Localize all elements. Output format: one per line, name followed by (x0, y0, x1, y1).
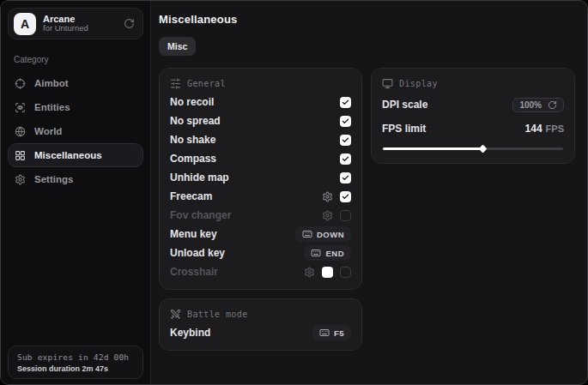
refresh-icon (548, 100, 557, 110)
category-label: Category (14, 55, 150, 64)
brand-text: Arcane for Unturned (43, 14, 117, 34)
setting-label: No shake (170, 134, 215, 146)
setting-row-menu-key: Menu keyDOWN (170, 225, 351, 244)
layout-grid-icon (15, 150, 26, 161)
main-content: Miscellaneous Misc General No recoilNo s… (151, 1, 588, 384)
panels: General No recoilNo spreadNo shakeCompas… (159, 68, 575, 351)
setting-row-no-shake: No shake (170, 130, 351, 149)
sidebar-item-label: Miscellaneous (34, 150, 102, 160)
checkbox-unchecked[interactable] (340, 267, 351, 278)
setting-row-compass: Compass (170, 149, 351, 168)
gear-icon[interactable] (322, 191, 333, 202)
app-logo: A (14, 13, 36, 35)
app-subtitle: for Unturned (43, 24, 117, 33)
tab-bar: Misc (159, 37, 575, 56)
keybind-button[interactable]: END (304, 245, 351, 261)
keybind-value: END (325, 249, 344, 258)
panel-display: Display DPI scale 100% FPS limit 144 (371, 68, 575, 164)
check-icon (342, 99, 349, 106)
setting-label: DPI scale (382, 99, 427, 111)
keyboard-icon (311, 248, 321, 258)
checkbox-checked[interactable] (340, 191, 351, 202)
setting-label: Compass (170, 153, 216, 165)
sliders-icon (170, 78, 181, 89)
setting-row-fps-limit: FPS limit 144 FPS (382, 120, 564, 137)
checkbox-checked[interactable] (340, 97, 351, 108)
checkbox-checked[interactable] (340, 116, 351, 127)
panel-general-header: General (170, 77, 351, 89)
checkbox-checked[interactable] (340, 135, 351, 146)
setting-label: Keybind (170, 327, 210, 339)
setting-label: Unload key (170, 247, 225, 259)
panel-display-title: Display (399, 79, 438, 88)
page-title: Miscellaneous (159, 13, 575, 26)
sidebar-item-aimbot[interactable]: Aimbot (8, 71, 143, 95)
setting-row-freecam: Freecam (170, 187, 351, 206)
panel-display-header: Display (382, 77, 564, 89)
sidebar-item-label: Settings (34, 174, 73, 184)
checkbox-checked[interactable] (340, 153, 351, 165)
check-icon (342, 155, 349, 163)
keybind-value: DOWN (317, 230, 344, 239)
sidebar-item-label: Aimbot (34, 78, 69, 88)
sidebar-item-entities[interactable]: Entities (8, 95, 143, 119)
keybind-value: F5 (334, 328, 344, 338)
sidebar-item-world[interactable]: World (8, 119, 143, 143)
setting-label: No spread (170, 115, 221, 127)
check-icon (342, 136, 349, 144)
setting-row-keybind: Keybind F5 (170, 323, 351, 342)
scan-eye-icon (15, 102, 26, 113)
keybind-button[interactable]: DOWN (295, 226, 351, 242)
gear-icon[interactable] (322, 210, 333, 221)
keyboard-icon (302, 229, 312, 239)
sidebar-nav: AimbotEntitiesWorldMiscellaneousSettings (1, 71, 150, 191)
setting-row-fov-changer: Fov changer (170, 206, 351, 225)
crosshair-icon (15, 78, 26, 89)
check-icon (342, 193, 349, 201)
refresh-icon[interactable] (124, 18, 135, 29)
sidebar-item-settings[interactable]: Settings (8, 167, 143, 191)
globe-icon (15, 126, 26, 137)
session-duration-text: Session duration 2m 47s (17, 364, 134, 373)
fps-unit: FPS (546, 123, 564, 134)
app-logo-letter: A (21, 17, 29, 31)
checkbox-checked[interactable] (340, 172, 351, 183)
left-column: General No recoilNo spreadNo shakeCompas… (159, 68, 362, 351)
sidebar-item-label: Entities (34, 102, 70, 112)
setting-row-unhide-map: Unhide map (170, 168, 351, 187)
gear-icon[interactable] (304, 267, 315, 278)
general-rows: No recoilNo spreadNo shakeCompassUnhide … (170, 93, 351, 281)
fps-limit-value: 144 FPS (525, 123, 564, 135)
sidebar-item-miscellaneous[interactable]: Miscellaneous (8, 143, 143, 167)
setting-label: Crosshair (170, 266, 218, 278)
tab-misc[interactable]: Misc (159, 37, 196, 56)
swords-icon (170, 309, 181, 320)
check-icon (342, 117, 349, 125)
keybind-button[interactable]: F5 (312, 325, 351, 340)
panel-battle-title: Battle mode (187, 310, 248, 319)
fps-number: 144 (525, 123, 543, 135)
checkbox-unchecked[interactable] (340, 210, 351, 221)
slider-thumb[interactable] (478, 144, 487, 153)
right-column: Display DPI scale 100% FPS limit 144 (371, 68, 575, 164)
setting-label: FPS limit (382, 123, 426, 135)
setting-row-no-recoil: No recoil (170, 93, 351, 111)
battle-rows: Keybind F5 (170, 323, 351, 342)
panel-general-title: General (187, 79, 226, 88)
setting-row-crosshair: Crosshair (170, 262, 351, 281)
subscription-status-card: Sub expires in 42d 00h Session duration … (8, 346, 143, 379)
setting-row-no-spread: No spread (170, 111, 351, 130)
dpi-scale-button[interactable]: 100% (512, 98, 564, 112)
color-swatch[interactable] (322, 267, 333, 278)
app-window: A Arcane for Unturned Category AimbotEnt… (0, 0, 588, 385)
keyboard-icon (319, 328, 330, 338)
fps-limit-slider[interactable] (383, 145, 563, 152)
setting-label: Menu key (170, 228, 217, 240)
panel-battle-header: Battle mode (170, 308, 351, 320)
sidebar-item-label: World (34, 126, 62, 136)
panel-general: General No recoilNo spreadNo shakeCompas… (159, 68, 362, 290)
setting-label: Unhide map (170, 171, 229, 183)
gear-icon (15, 174, 26, 185)
slider-fill (383, 147, 482, 150)
brand-card[interactable]: A Arcane for Unturned (8, 8, 143, 39)
